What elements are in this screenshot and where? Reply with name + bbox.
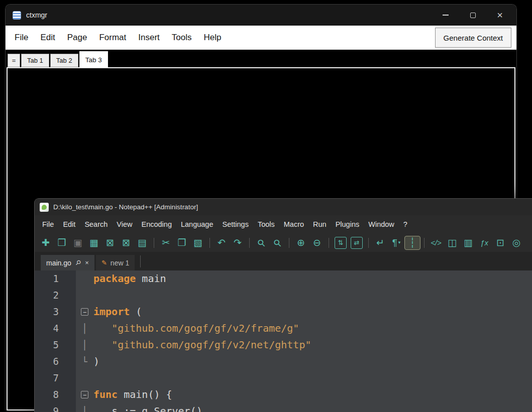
minimize-button[interactable] <box>432 5 459 26</box>
print-button[interactable]: ▤ <box>134 236 150 250</box>
editor-line[interactable]: 4│ "github.com/gogf/gf/v2/frame/g" <box>35 320 532 337</box>
ctxmgr-menu-help[interactable]: Help <box>197 33 227 43</box>
copy-button[interactable]: ❐ <box>174 236 190 250</box>
doc-tab-main-go[interactable]: main.go⚲× <box>41 255 94 270</box>
redo-button[interactable]: ↷ <box>230 236 246 250</box>
cut-button[interactable]: ✂ <box>158 236 174 250</box>
zoom-out-button[interactable]: ⊖ <box>309 236 325 250</box>
indent-guide-button[interactable]: ┆ <box>404 236 420 250</box>
notepad-menu-plugins[interactable]: Plugins <box>331 220 364 228</box>
notepad-doc-tabs: main.go⚲×✎new 1 <box>35 252 532 270</box>
toolbar-separator <box>329 238 329 248</box>
ctxmgr-tab-tab-1[interactable]: Tab 1 <box>21 54 49 67</box>
code-segment: () { <box>148 388 172 400</box>
maximize-button[interactable] <box>459 5 486 26</box>
ctxmgr-menu-tools[interactable]: Tools <box>166 33 198 43</box>
notepad-menu-window[interactable]: Window <box>364 220 399 228</box>
ctxmgr-tab-tab-2[interactable]: Tab 2 <box>50 54 78 67</box>
show-all-characters-button[interactable]: ¶▾ <box>388 236 404 250</box>
open-file-button[interactable]: ❒ <box>54 236 70 250</box>
document-map-button[interactable]: ◫ <box>444 236 460 250</box>
folder-as-workspace-button[interactable]: ⊡ <box>492 236 508 250</box>
define-language-button[interactable]: </> <box>428 236 444 250</box>
ctxmgr-titlebar[interactable]: ctxmgr × <box>6 5 516 26</box>
editor-line[interactable]: 6└) <box>35 353 532 370</box>
fold-collapse-icon[interactable]: − <box>81 308 88 316</box>
minimize-icon <box>443 15 449 16</box>
line-number: 5 <box>35 337 76 353</box>
notepad-menu-view[interactable]: View <box>112 220 137 228</box>
paste-button[interactable]: ▧ <box>190 236 206 250</box>
notepad-menu-edit[interactable]: Edit <box>58 220 80 228</box>
close-file-button[interactable]: ⊠ <box>102 236 118 250</box>
notepad-menu-run[interactable]: Run <box>308 220 331 228</box>
notepad-menu-settings[interactable]: Settings <box>218 220 253 228</box>
editor-line[interactable]: 3−import ( <box>35 304 532 320</box>
tab-grip-button[interactable]: = <box>8 54 20 67</box>
ctxmgr-tab-tab-3[interactable]: Tab 3 <box>79 51 108 68</box>
dropdown-caret-icon[interactable]: ▾ <box>398 240 401 245</box>
toolbar-separator <box>424 238 424 248</box>
fold-line: │ <box>76 403 93 412</box>
notepad-menu-encoding[interactable]: Encoding <box>137 220 176 228</box>
document-list-button[interactable]: ▥ <box>460 236 476 250</box>
fold-line: │ <box>76 320 93 337</box>
line-number: 4 <box>35 320 76 337</box>
toolbar-separator <box>289 238 289 248</box>
notepad-app-icon-inner <box>42 205 47 210</box>
editor-line[interactable]: 1package main <box>35 270 532 287</box>
editor-line[interactable]: 5│ "github.com/gogf/gf/v2/net/ghttp" <box>35 337 532 353</box>
doc-tab-new-1[interactable]: ✎new 1 <box>96 255 135 270</box>
notepad-menu-macro[interactable]: Macro <box>279 220 308 228</box>
close-tab-icon[interactable]: × <box>85 259 89 266</box>
fold-collapse-icon[interactable]: − <box>81 391 88 398</box>
ctxmgr-menubar: FileEditPageFormatInsertToolsHelp Genera… <box>6 26 516 50</box>
ctxmgr-menu-page[interactable]: Page <box>61 33 93 43</box>
code-segment <box>93 322 112 334</box>
ctxmgr-menu-file[interactable]: File <box>9 33 34 43</box>
generate-context-button[interactable]: Generate Context <box>435 28 511 48</box>
notepad-menu-search[interactable]: Search <box>80 220 112 228</box>
undo-button[interactable]: ↶ <box>214 236 230 250</box>
pin-icon[interactable]: ⚲ <box>74 258 82 267</box>
notepad-titlebar[interactable]: D:\kilo_test\main.go - Notepad++ [Admini… <box>35 199 532 215</box>
notepad-editor[interactable]: 1package main23−import (4│ "github.com/g… <box>35 270 532 412</box>
code-segment: s := g.Server() <box>112 405 202 412</box>
new-file-button[interactable]: ✚ <box>38 236 54 250</box>
code-segment <box>93 339 112 351</box>
notepad-window: D:\kilo_test\main.go - Notepad++ [Admini… <box>34 198 532 412</box>
zoom-in-button[interactable]: ⊕ <box>293 236 309 250</box>
code-text: ) <box>93 353 99 370</box>
code-text: import ( <box>93 304 142 320</box>
notepad-menu-tools[interactable]: Tools <box>253 220 279 228</box>
code-segment: main <box>136 272 166 285</box>
notepad-menu-file[interactable]: File <box>38 220 58 228</box>
ctxmgr-menu-format[interactable]: Format <box>93 33 132 43</box>
notepad-menu-items: FileEditSearchViewEncodingLanguageSettin… <box>35 215 532 233</box>
editor-line[interactable]: 7 <box>35 370 532 386</box>
replace-button[interactable]: ⚲ <box>267 233 288 252</box>
ctxmgr-menu-items: FileEditPageFormatInsertToolsHelp <box>9 33 227 43</box>
ctxmgr-menu-edit[interactable]: Edit <box>34 33 61 43</box>
notepad-menu-language[interactable]: Language <box>176 220 218 228</box>
editor-line[interactable]: 8−func main() { <box>35 386 532 403</box>
save-all-button[interactable]: ▦ <box>86 236 102 250</box>
editor-rows: 1package main23−import (4│ "github.com/g… <box>35 270 532 412</box>
close-button[interactable]: × <box>486 5 513 26</box>
code-segment: import <box>93 306 130 318</box>
line-number: 2 <box>35 287 76 304</box>
notepad-menu-help[interactable]: ? <box>399 220 412 228</box>
word-wrap-button[interactable]: ↵ <box>372 236 388 250</box>
editor-line[interactable]: 2 <box>35 287 532 304</box>
doc-tab-label: main.go <box>46 259 71 267</box>
sync-vertical-scroll-button[interactable]: ⇅ <box>335 237 347 249</box>
function-list-button[interactable]: ƒx <box>476 236 492 250</box>
ctxmgr-window-title: ctxmgr <box>26 11 47 19</box>
code-segment: package <box>93 272 136 285</box>
close-all-button[interactable]: ⊠ <box>118 236 134 250</box>
editor-line[interactable]: 9│ s := g.Server() <box>35 403 532 412</box>
code-segment: main <box>118 388 148 400</box>
monitoring-button[interactable]: ◎ <box>508 236 524 250</box>
ctxmgr-menu-insert[interactable]: Insert <box>132 33 166 43</box>
sync-horizontal-scroll-button[interactable]: ⇄ <box>351 237 363 249</box>
